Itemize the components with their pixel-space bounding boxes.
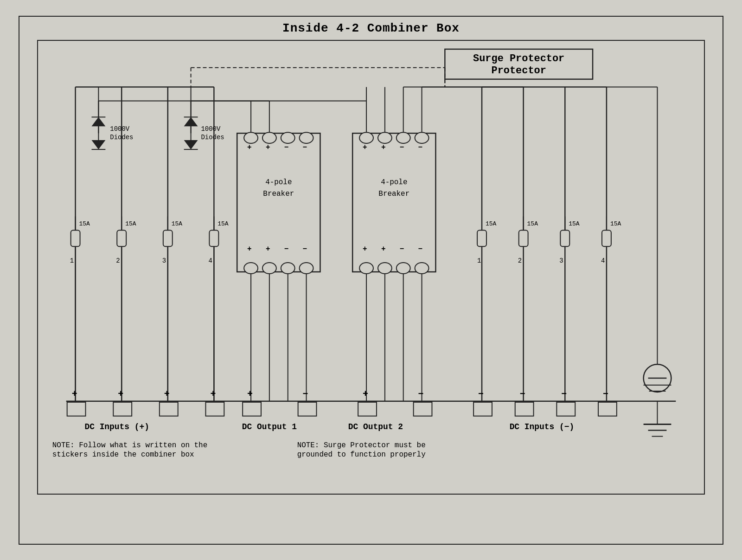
svg-point-62 [244, 263, 258, 274]
svg-text:−: − [418, 245, 423, 253]
svg-text:DC Inputs (−): DC Inputs (−) [510, 422, 575, 431]
svg-text:15A: 15A [172, 220, 183, 227]
svg-text:+: + [363, 245, 367, 253]
svg-text:+: + [72, 388, 77, 399]
svg-text:+: + [363, 388, 368, 399]
svg-text:+: + [381, 143, 386, 152]
svg-text:DC Inputs (+): DC Inputs (+) [84, 422, 149, 431]
svg-text:+: + [266, 143, 270, 152]
svg-text:−: − [400, 143, 404, 152]
svg-text:−: − [478, 388, 484, 399]
svg-text:15A: 15A [569, 220, 580, 227]
svg-marker-12 [91, 117, 105, 126]
svg-point-93 [397, 263, 410, 274]
svg-rect-146 [67, 402, 86, 416]
svg-text:15A: 15A [125, 220, 136, 227]
svg-text:Diodes: Diodes [110, 134, 133, 141]
svg-text:+: + [381, 245, 386, 253]
svg-text:4-pole: 4-pole [265, 178, 292, 186]
outer-container: Inside 4-2 Combiner Box Surge Protector … [19, 16, 723, 545]
svg-text:−: − [400, 245, 404, 253]
svg-rect-112 [477, 230, 486, 246]
inner-box: Surge Protector Protector [37, 40, 705, 495]
svg-text:2: 2 [518, 257, 522, 264]
svg-rect-156 [556, 402, 575, 416]
svg-rect-148 [160, 402, 178, 416]
svg-rect-155 [515, 402, 534, 416]
svg-text:4: 4 [601, 257, 605, 264]
svg-text:stickers inside the combiner b: stickers inside the combiner box [52, 451, 194, 459]
svg-rect-43 [209, 230, 218, 246]
svg-point-92 [378, 263, 392, 274]
svg-rect-116 [519, 230, 528, 246]
svg-text:−: − [418, 388, 424, 399]
svg-text:3: 3 [162, 257, 166, 264]
svg-text:NOTE: Surge Protector must be: NOTE: Surge Protector must be [297, 441, 426, 450]
svg-text:−: − [303, 388, 308, 399]
svg-text:15A: 15A [527, 220, 538, 227]
svg-rect-154 [473, 402, 492, 416]
svg-point-80 [415, 132, 429, 143]
svg-text:+: + [210, 388, 216, 399]
svg-text:15A: 15A [79, 220, 90, 227]
svg-text:−: − [303, 143, 307, 152]
svg-rect-124 [602, 230, 611, 246]
svg-text:−: − [603, 388, 608, 399]
svg-text:2: 2 [116, 257, 120, 264]
svg-text:+: + [247, 245, 252, 253]
svg-text:+: + [164, 388, 170, 399]
svg-text:−: − [303, 245, 307, 253]
svg-point-49 [262, 132, 276, 143]
svg-text:+: + [118, 388, 123, 399]
svg-text:15A: 15A [486, 220, 497, 227]
svg-point-51 [300, 132, 313, 143]
svg-text:1000V: 1000V [110, 125, 129, 133]
svg-rect-149 [205, 402, 224, 416]
svg-text:Breaker: Breaker [378, 189, 409, 198]
svg-rect-157 [598, 402, 617, 416]
svg-text:grounded to function properly: grounded to function properly [297, 451, 426, 459]
svg-rect-147 [113, 402, 132, 416]
svg-text:1000V: 1000V [201, 125, 221, 133]
svg-rect-33 [117, 230, 126, 246]
svg-text:−: − [284, 143, 289, 152]
svg-text:Breaker: Breaker [263, 189, 294, 198]
svg-text:−: − [284, 245, 289, 253]
svg-point-78 [378, 132, 392, 143]
svg-text:1: 1 [477, 257, 481, 264]
svg-text:DC Output 2: DC Output 2 [348, 422, 403, 431]
svg-point-64 [281, 263, 295, 274]
svg-marker-20 [184, 117, 198, 126]
svg-text:4: 4 [208, 257, 212, 264]
svg-text:+: + [247, 143, 252, 152]
svg-text:Diodes: Diodes [201, 134, 224, 141]
svg-text:4-pole: 4-pole [381, 178, 407, 186]
svg-text:−: − [561, 388, 567, 399]
svg-rect-151 [298, 402, 317, 416]
svg-point-50 [281, 132, 295, 143]
svg-text:DC Output 1: DC Output 1 [242, 422, 297, 431]
main-title: Inside 4-2 Combiner Box [282, 21, 460, 35]
svg-point-79 [397, 132, 410, 143]
svg-text:−: − [520, 388, 525, 399]
svg-point-65 [300, 263, 313, 274]
svg-text:Surge Protector: Surge Protector [473, 52, 564, 64]
svg-rect-38 [163, 230, 173, 246]
svg-rect-120 [560, 230, 569, 246]
svg-text:+: + [363, 143, 367, 152]
svg-text:1: 1 [70, 257, 74, 264]
svg-text:+: + [247, 388, 253, 399]
svg-text:15A: 15A [610, 220, 621, 227]
svg-marker-22 [184, 140, 198, 149]
svg-point-48 [244, 132, 258, 143]
svg-text:Protector: Protector [492, 64, 546, 76]
svg-text:NOTE: Follow what is written o: NOTE: Follow what is written on the [52, 441, 207, 450]
svg-rect-153 [414, 402, 432, 416]
svg-text:−: − [418, 143, 423, 152]
svg-text:+: + [266, 245, 270, 253]
svg-point-94 [415, 263, 429, 274]
svg-rect-152 [358, 402, 377, 416]
svg-text:15A: 15A [217, 220, 229, 227]
svg-rect-150 [243, 402, 261, 416]
svg-point-77 [359, 132, 373, 143]
